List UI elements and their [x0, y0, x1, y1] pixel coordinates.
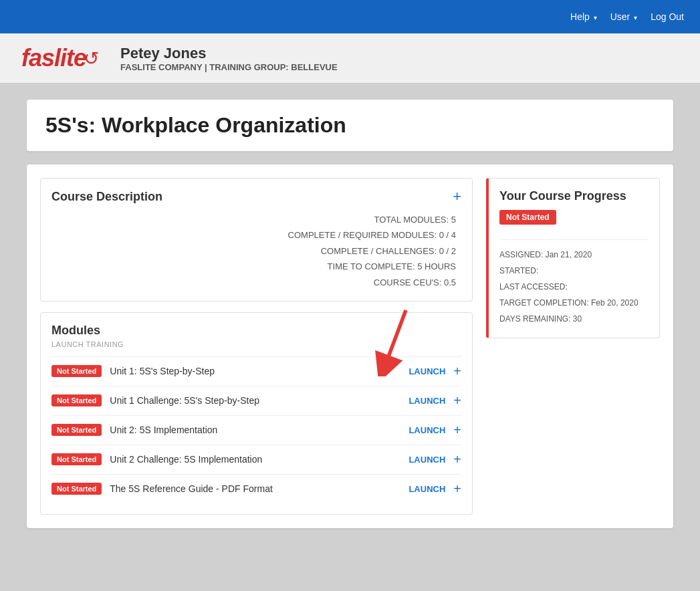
user-link[interactable]: User ▾ — [610, 11, 637, 22]
module-5-launch-link[interactable]: LAUNCH — [409, 484, 445, 494]
progress-started: STARTED: — [499, 263, 649, 279]
top-navigation: Help ▾ User ▾ Log Out — [0, 0, 700, 33]
module-1-status-badge: Not Started — [51, 365, 102, 377]
course-description-expand-button[interactable]: + — [453, 189, 461, 204]
progress-card: Your Course Progress Not Started ASSIGNE… — [486, 178, 660, 338]
progress-last-accessed: LAST ACCESSED: — [499, 279, 649, 295]
help-dropdown-icon: ▾ — [594, 14, 597, 21]
stat-time-to-complete: TIME TO COMPLETE: 5 HOURS — [51, 259, 456, 274]
course-description-card: Course Description + TOTAL MODULES: 5 CO… — [40, 178, 473, 302]
module-row-1: Not Started Unit 1: 5S's Step-by-Step LA… — [51, 356, 461, 386]
module-1-expand-button[interactable]: + — [453, 364, 461, 379]
progress-days-remaining: DAYS REMAINING: 30 — [499, 311, 649, 327]
stat-course-ceus: COURSE CEU'S: 0.5 — [51, 275, 456, 290]
module-4-expand-button[interactable]: + — [453, 452, 461, 467]
stat-complete-challenges: COMPLETE / CHALLENGES: 0 / 2 — [51, 243, 456, 259]
stat-total-modules: TOTAL MODULES: 5 — [51, 212, 456, 227]
module-2-launch-link[interactable]: LAUNCH — [409, 396, 445, 406]
user-dropdown-icon: ▾ — [634, 14, 637, 21]
module-row-4: Not Started Unit 2 Challenge: 5S Impleme… — [51, 445, 461, 474]
course-description-title: Course Description — [51, 190, 162, 204]
module-3-status-badge: Not Started — [51, 424, 102, 436]
course-description-header: Course Description + — [51, 189, 461, 204]
module-2-status-badge: Not Started — [51, 394, 102, 406]
main-content: 5S's: Workplace Organization Course Desc… — [0, 84, 700, 544]
nav-links: Help ▾ User ▾ Log Out — [570, 11, 684, 22]
user-name: Petey Jones — [120, 45, 338, 62]
module-4-status-badge: Not Started — [51, 453, 102, 465]
site-header: faslite ↺ Petey Jones FASLITE COMPANY | … — [0, 33, 700, 84]
module-row-3: Not Started Unit 2: 5S Implementation LA… — [51, 415, 461, 445]
logo-text: faslite — [21, 44, 86, 72]
progress-status-badge: Not Started — [499, 210, 556, 225]
progress-assigned: ASSIGNED: Jan 21, 2020 — [499, 247, 649, 263]
user-info: Petey Jones FASLITE COMPANY | TRAINING G… — [120, 45, 338, 72]
module-2-name: Unit 1 Challenge: 5S's Step-by-Step — [110, 395, 400, 406]
modules-card: Modules LAUNCH TRAINING — [40, 312, 473, 515]
page-title-text: 5S's: Workplace Organization — [45, 113, 346, 137]
module-3-name: Unit 2: 5S Implementation — [110, 425, 400, 435]
progress-card-title: Your Course Progress — [499, 189, 649, 203]
module-5-expand-button[interactable]: + — [453, 481, 461, 497]
progress-details: ASSIGNED: Jan 21, 2020 STARTED: LAST ACC… — [499, 247, 649, 327]
logo-area: faslite ↺ — [21, 44, 99, 72]
module-2-expand-button[interactable]: + — [453, 393, 461, 408]
right-column: Your Course Progress Not Started ASSIGNE… — [486, 178, 660, 515]
module-1-launch-link[interactable]: LAUNCH — [409, 366, 445, 376]
help-link[interactable]: Help ▾ — [570, 11, 597, 22]
left-column: Course Description + TOTAL MODULES: 5 CO… — [40, 178, 473, 515]
page-title: 5S's: Workplace Organization — [27, 100, 673, 151]
launch-training-label: LAUNCH TRAINING — [51, 340, 461, 348]
modules-list: Not Started Unit 1: 5S's Step-by-Step LA… — [51, 356, 461, 503]
progress-target-completion: TARGET COMPLETION: Feb 20, 2020 — [499, 295, 649, 311]
modules-title: Modules — [51, 324, 461, 338]
logo-arrow-icon: ↺ — [84, 47, 99, 70]
content-wrapper: Course Description + TOTAL MODULES: 5 CO… — [27, 164, 673, 528]
user-company: FASLITE COMPANY | TRAINING GROUP: BELLEV… — [120, 62, 338, 72]
progress-divider — [499, 239, 649, 240]
user-label: User — [610, 11, 630, 22]
module-4-name: Unit 2 Challenge: 5S Implementation — [110, 454, 400, 465]
logout-link[interactable]: Log Out — [651, 11, 684, 22]
module-5-name: The 5S Reference Guide - PDF Format — [110, 483, 400, 494]
stat-complete-required: COMPLETE / REQUIRED MODULES: 0 / 4 — [51, 227, 456, 243]
module-row-2: Not Started Unit 1 Challenge: 5S's Step-… — [51, 386, 461, 415]
module-4-launch-link[interactable]: LAUNCH — [409, 455, 445, 465]
help-label: Help — [570, 11, 590, 22]
module-1-name: Unit 1: 5S's Step-by-Step — [110, 366, 400, 376]
course-stats: TOTAL MODULES: 5 COMPLETE / REQUIRED MOD… — [51, 212, 461, 290]
module-row-5: Not Started The 5S Reference Guide - PDF… — [51, 474, 461, 503]
module-3-expand-button[interactable]: + — [453, 423, 461, 438]
module-5-status-badge: Not Started — [51, 483, 102, 495]
module-3-launch-link[interactable]: LAUNCH — [409, 425, 445, 435]
